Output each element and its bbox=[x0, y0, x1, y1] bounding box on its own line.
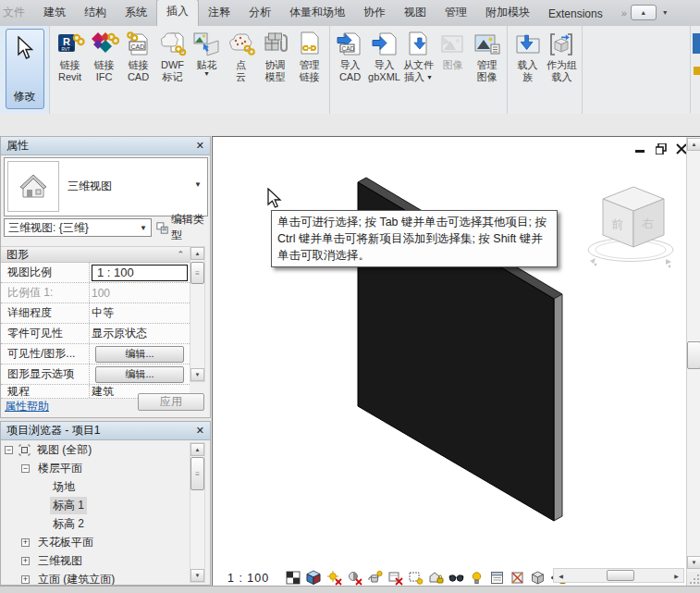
tree-item-floor-plans[interactable]: − 楼层平面 bbox=[1, 459, 190, 477]
shadows-icon[interactable] bbox=[347, 570, 362, 586]
link-revit-button[interactable]: RRVT 链接 Revit bbox=[53, 28, 87, 85]
project-browser-close-icon[interactable]: ✕ bbox=[196, 425, 204, 437]
tab-massing-site[interactable]: 体量和场地 bbox=[280, 0, 354, 26]
tab-extensions[interactable]: Extensions bbox=[539, 3, 612, 26]
type-selector-caret-icon[interactable]: ▼ bbox=[194, 180, 202, 189]
visibility-graphics-edit-button[interactable]: 编辑... bbox=[95, 346, 184, 363]
tab-view[interactable]: 视图 bbox=[395, 0, 436, 26]
temporary-view-properties-icon[interactable] bbox=[489, 570, 505, 586]
tab-overflow-icon[interactable]: » bbox=[621, 7, 625, 19]
properties-close-icon[interactable]: ✕ bbox=[196, 140, 204, 152]
decal-dropdown-icon[interactable]: ▼ bbox=[203, 71, 210, 77]
tab-collaborate[interactable]: 协作 bbox=[354, 0, 395, 26]
browser-scroll-thumb[interactable]: ≡ bbox=[190, 457, 204, 490]
decal-button[interactable]: 贴花 ▼ bbox=[190, 28, 224, 79]
link-cad-button[interactable]: CAD 链接 CAD bbox=[121, 28, 155, 85]
manage-images-button[interactable]: 管理 图像 bbox=[470, 28, 504, 85]
tab-structure[interactable]: 结构 bbox=[75, 0, 116, 26]
property-row-parts-visibility[interactable]: 零件可见性 显示原状态 bbox=[1, 324, 190, 344]
scale-control[interactable]: 1 : 100 bbox=[227, 572, 269, 585]
load-family-button[interactable]: 载入 族 bbox=[510, 28, 545, 85]
modify-button[interactable]: 修改 bbox=[6, 29, 44, 109]
hscroll-left-icon[interactable]: ◀ bbox=[555, 570, 567, 581]
browser-scroll-down-icon[interactable]: ▼ bbox=[190, 569, 204, 582]
edit-type-button[interactable]: 编辑类型 bbox=[156, 218, 210, 237]
crop-view-icon[interactable] bbox=[387, 570, 403, 586]
minimize-icon[interactable] bbox=[634, 142, 646, 154]
analytical-model-icon[interactable] bbox=[510, 570, 525, 586]
vertical-scrollbar[interactable]: ▲ ▼ bbox=[686, 137, 700, 587]
coordination-model-button[interactable]: 协调 模型 bbox=[258, 28, 292, 85]
tab-file[interactable]: 文件 bbox=[0, 0, 34, 26]
group-header-graphics[interactable]: 图形 ⌃ bbox=[1, 246, 190, 263]
tree-item-level-1[interactable]: 标高 1 bbox=[1, 496, 190, 514]
tab-addins[interactable]: 附加模块 bbox=[476, 0, 539, 26]
type-selector[interactable]: 三维视图 ▼ bbox=[4, 157, 208, 216]
expander-icon[interactable]: + bbox=[21, 557, 30, 565]
property-row-visibility-graphics[interactable]: 可见性/图形... 编辑... bbox=[1, 344, 190, 364]
view-scale-value[interactable]: 1 : 100 bbox=[92, 265, 188, 281]
expander-icon[interactable]: + bbox=[21, 538, 30, 547]
import-gbxml-button[interactable]: 导入 gbXML bbox=[367, 28, 401, 85]
tab-systems[interactable]: 系统 bbox=[116, 0, 156, 26]
tab-architecture[interactable]: 建筑 bbox=[34, 0, 75, 26]
manage-links-button[interactable]: 管理 链接 bbox=[292, 28, 326, 85]
viewcube[interactable]: 前 右 bbox=[584, 181, 684, 274]
dwf-markup-button[interactable]: DWF 标记 bbox=[155, 28, 190, 85]
tab-annotate[interactable]: 注释 bbox=[199, 0, 239, 26]
restore-icon[interactable] bbox=[655, 142, 667, 154]
vscroll-thumb[interactable] bbox=[687, 341, 700, 369]
hscroll-right-icon[interactable]: ▶ bbox=[670, 570, 682, 581]
render-dialog-icon[interactable] bbox=[367, 570, 383, 586]
hscroll-thumb[interactable] bbox=[607, 570, 634, 581]
expander-icon[interactable]: − bbox=[21, 464, 30, 473]
graphic-display-options-edit-button[interactable]: 编辑... bbox=[95, 366, 184, 383]
crop-region-icon[interactable] bbox=[408, 570, 424, 586]
browser-scrollbar[interactable]: ▲ ≡ ▼ bbox=[190, 442, 205, 583]
sun-path-icon[interactable] bbox=[326, 570, 342, 586]
tree-item-views[interactable]: − 视图 (全部) bbox=[1, 440, 190, 459]
properties-header[interactable]: 属性 ✕ bbox=[1, 137, 210, 155]
expander-icon[interactable]: − bbox=[5, 446, 13, 454]
insert-from-file-dropdown-icon[interactable]: ▼ bbox=[426, 75, 433, 80]
properties-scrollbar[interactable]: ▲ ≡ ▼ bbox=[190, 246, 205, 382]
load-as-group-button[interactable]: 作为组 载入 bbox=[545, 28, 579, 85]
tab-analyze[interactable]: 分析 bbox=[239, 0, 280, 26]
property-row-view-scale[interactable]: 视图比例 1 : 100 bbox=[1, 263, 190, 283]
displacement-set-icon[interactable] bbox=[530, 570, 546, 586]
browser-scroll-up-icon[interactable]: ▲ bbox=[190, 443, 204, 456]
import-cad-button[interactable]: CAD 导入 CAD bbox=[333, 28, 367, 85]
expander-icon[interactable]: + bbox=[21, 575, 30, 584]
instance-combo[interactable]: 三维视图: {三维} ▼ bbox=[4, 218, 152, 237]
temporary-hide-isolate-icon[interactable] bbox=[448, 570, 464, 586]
point-cloud-button[interactable]: 点 云 bbox=[224, 28, 258, 85]
locked-3d-view-icon[interactable] bbox=[428, 570, 444, 586]
reveal-hidden-icon[interactable] bbox=[469, 570, 485, 586]
tree-item-site[interactable]: 场地 bbox=[1, 477, 190, 496]
tab-manage[interactable]: 管理 bbox=[436, 0, 476, 26]
horizontal-scrollbar[interactable]: ◀ ▶ bbox=[553, 568, 684, 583]
properties-help-link[interactable]: 属性帮助 bbox=[5, 399, 49, 414]
ribbon-collapse-button[interactable]: ▲ bbox=[631, 5, 657, 20]
detail-level-icon[interactable] bbox=[286, 570, 301, 586]
tab-insert[interactable]: 插入 bbox=[156, 0, 199, 26]
properties-scroll-thumb[interactable]: ≡ bbox=[190, 262, 204, 284]
project-browser-header[interactable]: 项目浏览器 - 项目1 ✕ bbox=[1, 422, 210, 440]
visual-style-icon[interactable] bbox=[306, 570, 322, 586]
ribbon-collapse-caret-icon[interactable]: ▼ bbox=[662, 9, 669, 16]
drawing-area[interactable]: 前 右 单击可进行选择; 按 Tab 键并单击可选择其他项目; 按 Ctrl 键… bbox=[212, 136, 700, 587]
tree-item-level-2[interactable]: 标高 2 bbox=[1, 514, 190, 533]
properties-scroll-up-icon[interactable]: ▲ bbox=[190, 247, 204, 260]
resize-grip[interactable] bbox=[687, 572, 700, 587]
apply-button[interactable]: 应用 bbox=[138, 393, 204, 411]
vscroll-up-icon[interactable]: ▲ bbox=[687, 138, 700, 151]
property-row-detail-level[interactable]: 详细程度 中等 bbox=[1, 303, 190, 324]
insert-from-file-button[interactable]: 从文件 插入▼ bbox=[401, 28, 436, 85]
group-collapse-icon[interactable]: ⌃ bbox=[177, 250, 184, 259]
tree-item-elevations[interactable]: + 立面 (建筑立面) bbox=[1, 570, 190, 585]
tree-item-3d-views[interactable]: + 三维视图 bbox=[1, 551, 190, 570]
link-ifc-button[interactable]: 链接 IFC bbox=[87, 28, 121, 85]
tree-item-ceiling-plans[interactable]: + 天花板平面 bbox=[1, 533, 190, 551]
properties-scroll-down-icon[interactable]: ▼ bbox=[190, 368, 204, 381]
vscroll-down-icon[interactable]: ▼ bbox=[687, 556, 700, 569]
